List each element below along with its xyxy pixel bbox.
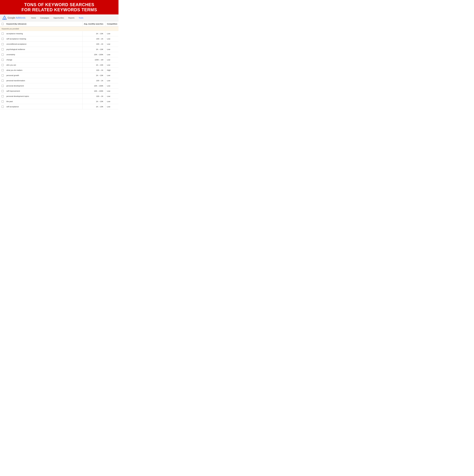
row-searches-8: 1K – 10K — [83, 73, 105, 78]
row-checkbox-cell[interactable] — [0, 73, 5, 78]
row-spacer-12 — [43, 94, 83, 99]
row-checkbox-cell[interactable] — [0, 88, 5, 94]
group-header-row: Keywords you provided — [0, 27, 118, 31]
row-spacer-3 — [43, 47, 83, 52]
row-spacer-0 — [43, 31, 83, 36]
row-searches-9: 100 – 1K — [83, 78, 105, 83]
row-searches-4: 10K – 100K — [83, 52, 105, 57]
row-checkbox-cell[interactable] — [0, 41, 5, 47]
col-searches-header: Avg. monthly searches — [83, 21, 105, 27]
table-row: uncertainty 10K – 100K Low — [0, 52, 118, 57]
table-row: change 100K – 1M Low — [0, 57, 118, 62]
row-competition-1: Low — [105, 36, 118, 41]
table-row: personal development 10K – 100K Low — [0, 83, 118, 88]
row-keyword-7: what you do matters — [5, 68, 43, 73]
row-competition-9: Low — [105, 78, 118, 83]
table-row: the past 1K – 10K Low — [0, 99, 118, 104]
row-keyword-2: unconditional acceptance — [5, 41, 43, 47]
navbar-logo: Google AdWords — [2, 16, 25, 20]
row-competition-10: Low — [105, 83, 118, 88]
table-row: psychological resilience 1K – 10K Low — [0, 47, 118, 52]
row-checkbox-7[interactable] — [1, 69, 4, 71]
adwords-logo-icon — [2, 16, 7, 20]
row-checkbox-12[interactable] — [1, 95, 4, 97]
row-checkbox-cell[interactable] — [0, 36, 5, 41]
row-checkbox-14[interactable] — [1, 106, 4, 108]
row-keyword-5: change — [5, 57, 43, 62]
table-row: personal transformation 100 – 1K Low — [0, 78, 118, 83]
table-row: self acceptance meaning 100 – 1K Low — [0, 36, 118, 41]
table-row: self acceptance 1K – 10K Low — [0, 104, 118, 109]
col-keyword-header: Keyword (by relevance) — [5, 21, 43, 27]
row-checkbox-cell[interactable] — [0, 57, 5, 62]
row-competition-11: Low — [105, 88, 118, 94]
row-searches-12: 100 – 1K — [83, 94, 105, 99]
row-searches-0: 1K – 10K — [83, 31, 105, 36]
row-keyword-3: psychological resilience — [5, 47, 43, 52]
row-competition-7: High — [105, 68, 118, 73]
row-checkbox-cell[interactable] — [0, 78, 5, 83]
row-checkbox-cell[interactable] — [0, 104, 5, 109]
table-row: personal growth 1K – 10K Low — [0, 73, 118, 78]
table-header-row: Keyword (by relevance) Avg. monthly sear… — [0, 21, 118, 27]
nav-campaigns[interactable]: Campaigns — [38, 16, 51, 19]
nav-home[interactable]: Home — [29, 16, 38, 19]
row-spacer-7 — [43, 68, 83, 73]
row-checkbox-8[interactable] — [1, 74, 4, 76]
row-checkbox-4[interactable] — [1, 53, 4, 56]
row-competition-8: Low — [105, 73, 118, 78]
row-competition-6: Low — [105, 62, 118, 68]
row-checkbox-cell[interactable] — [0, 94, 5, 99]
row-checkbox-cell[interactable] — [0, 31, 5, 36]
header-checkbox[interactable] — [1, 23, 4, 25]
header-checkbox-cell[interactable] — [0, 21, 5, 27]
row-checkbox-cell[interactable] — [0, 83, 5, 88]
row-competition-12: Low — [105, 94, 118, 99]
row-searches-10: 10K – 100K — [83, 83, 105, 88]
row-checkbox-0[interactable] — [1, 33, 4, 35]
row-checkbox-10[interactable] — [1, 85, 4, 87]
row-spacer-9 — [43, 78, 83, 83]
row-checkbox-11[interactable] — [1, 90, 4, 92]
navbar-brand: Google AdWords — [8, 17, 25, 19]
row-spacer-14 — [43, 104, 83, 109]
row-checkbox-13[interactable] — [1, 101, 4, 102]
row-checkbox-2[interactable] — [1, 43, 4, 45]
banner: TONS OF KEYWORD SEARCHES FOR RELATED KEY… — [0, 0, 118, 15]
row-keyword-8: personal growth — [5, 73, 43, 78]
row-checkbox-1[interactable] — [1, 38, 4, 40]
table-row: personal development topics 100 – 1K Low — [0, 94, 118, 99]
row-competition-14: Low — [105, 104, 118, 109]
row-competition-5: Low — [105, 57, 118, 62]
row-spacer-13 — [43, 99, 83, 104]
row-checkbox-cell[interactable] — [0, 62, 5, 68]
row-checkbox-cell[interactable] — [0, 47, 5, 52]
col-competition-header: Competition — [105, 21, 118, 27]
row-checkbox-cell[interactable] — [0, 52, 5, 57]
row-spacer-6 — [43, 62, 83, 68]
row-spacer-10 — [43, 83, 83, 88]
row-checkbox-5[interactable] — [1, 59, 4, 61]
row-spacer-11 — [43, 88, 83, 94]
table-row: acceptance meaning 1K – 10K Low — [0, 31, 118, 36]
row-competition-2: Low — [105, 41, 118, 47]
navbar: Google AdWords Home Campaigns Opportunit… — [0, 15, 118, 21]
row-checkbox-9[interactable] — [1, 80, 4, 82]
row-keyword-1: self acceptance meaning — [5, 36, 43, 41]
row-competition-4: Low — [105, 52, 118, 57]
row-checkbox-cell[interactable] — [0, 99, 5, 104]
row-searches-2: 100 – 1K — [83, 41, 105, 47]
col-spacer-header — [43, 21, 83, 27]
row-searches-1: 100 – 1K — [83, 36, 105, 41]
row-spacer-1 — [43, 36, 83, 41]
row-keyword-4: uncertainty — [5, 52, 43, 57]
table-body: Keywords you provided acceptance meaning… — [0, 27, 118, 109]
row-checkbox-6[interactable] — [1, 64, 4, 66]
nav-tools[interactable]: Tools — [76, 16, 85, 19]
nav-reports[interactable]: Reports — [66, 16, 77, 19]
row-searches-5: 100K – 1M — [83, 57, 105, 62]
row-checkbox-3[interactable] — [1, 48, 4, 51]
row-checkbox-cell[interactable] — [0, 68, 5, 73]
nav-opportunities[interactable]: Opportunities — [51, 16, 66, 19]
row-searches-6: 1K – 10K — [83, 62, 105, 68]
